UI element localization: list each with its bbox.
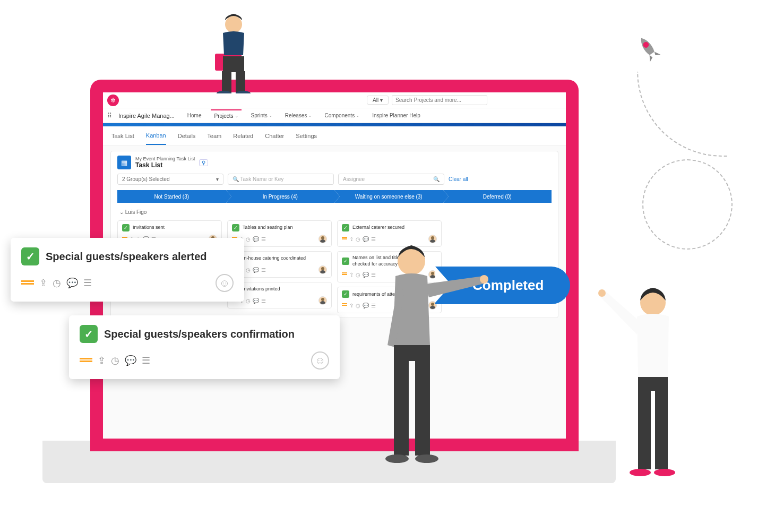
- callout-title: Special guests/speakers confirmation: [104, 328, 295, 340]
- list-icon: ☰: [261, 236, 266, 242]
- person-illustration-middle: [361, 239, 499, 478]
- chevron-down-icon: ⌄: [308, 114, 312, 118]
- task-list-icon: ▦: [117, 156, 131, 169]
- nav-home[interactable]: Home: [184, 110, 205, 121]
- svg-rect-17: [638, 377, 668, 391]
- assignee-avatar: [318, 265, 327, 274]
- svg-rect-19: [655, 390, 668, 469]
- clock-icon: ◷: [246, 236, 251, 242]
- status-waiting[interactable]: Waiting on someone else (3): [334, 190, 443, 203]
- chevron-down-icon: ⌄: [269, 114, 272, 118]
- assignee-avatar: ☺: [216, 274, 234, 292]
- nav-sprints[interactable]: Sprints⌄: [248, 110, 275, 121]
- priority-icon: [342, 303, 347, 307]
- page-header: ▦ My Event Planning Task List Task List …: [117, 156, 552, 169]
- clock-icon: ◷: [246, 267, 251, 273]
- clear-all-link[interactable]: Clear all: [449, 176, 468, 182]
- svg-point-21: [654, 469, 675, 476]
- assignee-avatar: ☺: [311, 351, 329, 370]
- app-launcher-icon[interactable]: ⠿: [107, 112, 112, 119]
- svg-rect-4: [222, 71, 231, 93]
- dashed-trail: [637, 72, 727, 157]
- tab-kanban[interactable]: Kanban: [146, 127, 166, 145]
- check-icon: ✓: [342, 258, 349, 265]
- clock-icon: ◷: [111, 355, 119, 366]
- svg-rect-5: [236, 71, 245, 93]
- svg-rect-12: [415, 360, 430, 456]
- tab-team[interactable]: Team: [207, 127, 221, 144]
- comment-icon: 💬: [253, 267, 259, 273]
- svg-rect-11: [394, 360, 409, 456]
- rocket-icon: [628, 29, 669, 70]
- card-title: Tables and seating plan: [243, 225, 293, 231]
- filter-row: 2 Group(s) Selected▾ 🔍 Task Name or Key …: [117, 174, 552, 185]
- priority-icon: [342, 272, 347, 277]
- search-scope-button[interactable]: All ▾: [367, 96, 389, 105]
- callout-card-1: ✓ Special guests/speakers alerted ⇪ ◷ 💬 …: [11, 238, 244, 302]
- card-meta-icons: ⇪ ◷ 💬 ☰: [80, 355, 150, 366]
- tab-chatter[interactable]: Chatter: [265, 127, 284, 144]
- clock-icon: ◷: [53, 277, 61, 289]
- dashed-circle: [642, 159, 733, 250]
- comment-icon: 💬: [253, 298, 259, 304]
- svg-point-16: [598, 289, 606, 297]
- tab-details[interactable]: Details: [178, 127, 196, 144]
- tab-task-list[interactable]: Task List: [111, 127, 134, 144]
- group-filter-dropdown[interactable]: 2 Group(s) Selected▾: [117, 174, 223, 185]
- assignee-avatar: [318, 296, 327, 305]
- priority-icon: [80, 358, 92, 363]
- svg-rect-10: [394, 345, 430, 361]
- subtask-icon: ⇪: [39, 277, 47, 289]
- priority-icon: [21, 280, 34, 286]
- nav-bar: ⠿ Inspire Agile Manag... Home Projects⌄ …: [103, 108, 566, 123]
- tab-settings[interactable]: Settings: [296, 127, 317, 144]
- list-icon: ☰: [261, 267, 266, 273]
- page-title: Task List: [135, 161, 195, 169]
- app-name: Inspire Agile Manag...: [118, 113, 175, 119]
- pin-button[interactable]: ⚲: [199, 159, 208, 166]
- status-deferred[interactable]: Deferred (0): [443, 190, 552, 203]
- svg-point-14: [415, 454, 438, 463]
- subtask-icon: ⇪: [349, 272, 354, 278]
- svg-point-2: [225, 16, 242, 33]
- comment-icon: 💬: [66, 277, 78, 289]
- assignee-avatar: [318, 235, 327, 243]
- clock-icon: ◷: [356, 236, 360, 242]
- search-icon: 🔍: [433, 176, 440, 182]
- subtask-icon: ⇪: [98, 355, 106, 366]
- global-search: All ▾: [367, 95, 487, 105]
- chevron-down-icon: ⌄: [356, 114, 359, 118]
- status-in-progress[interactable]: In Progress (4): [226, 190, 335, 203]
- person-illustration-top: [196, 8, 271, 93]
- callout-title: Special guests/speakers alerted: [46, 251, 207, 263]
- task-name-filter[interactable]: 🔍 Task Name or Key: [228, 174, 334, 185]
- swimlane-header[interactable]: Luis Figo: [117, 206, 552, 218]
- view-tabs: Task List Kanban Details Team Related Ch…: [103, 126, 566, 145]
- search-input[interactable]: [392, 95, 487, 105]
- tab-related[interactable]: Related: [233, 127, 253, 144]
- list-icon: ☰: [142, 355, 150, 366]
- callout-card-2: ✓ Special guests/speakers confirmation ⇪…: [69, 315, 340, 379]
- clock-icon: ◷: [246, 298, 251, 304]
- check-icon: ✓: [122, 224, 130, 231]
- clock-icon: ◷: [356, 303, 360, 308]
- svg-rect-18: [638, 390, 651, 469]
- check-icon: ✓: [232, 224, 239, 231]
- nav-help[interactable]: Inspire Planner Help: [369, 110, 424, 121]
- svg-point-20: [630, 469, 651, 476]
- card-title: External caterer secured: [352, 225, 404, 231]
- nav-projects[interactable]: Projects⌄: [211, 109, 241, 122]
- card-title: Invitations printed: [243, 286, 280, 293]
- nav-releases[interactable]: Releases⌄: [282, 110, 315, 121]
- assignee-filter[interactable]: Assignee🔍: [338, 174, 444, 185]
- comment-icon: 💬: [253, 236, 259, 242]
- clock-icon: ◷: [356, 272, 360, 278]
- person-illustration-right: [595, 281, 701, 488]
- nav-components[interactable]: Components⌄: [321, 110, 363, 121]
- list-icon: ☰: [83, 277, 92, 289]
- subtask-icon: ⇪: [349, 303, 354, 308]
- status-not-started[interactable]: Not Started (3): [117, 190, 226, 203]
- card-title: In-house catering coordinated: [243, 255, 306, 262]
- card-title: Invitations sent: [133, 225, 165, 231]
- check-icon: ✓: [21, 247, 39, 265]
